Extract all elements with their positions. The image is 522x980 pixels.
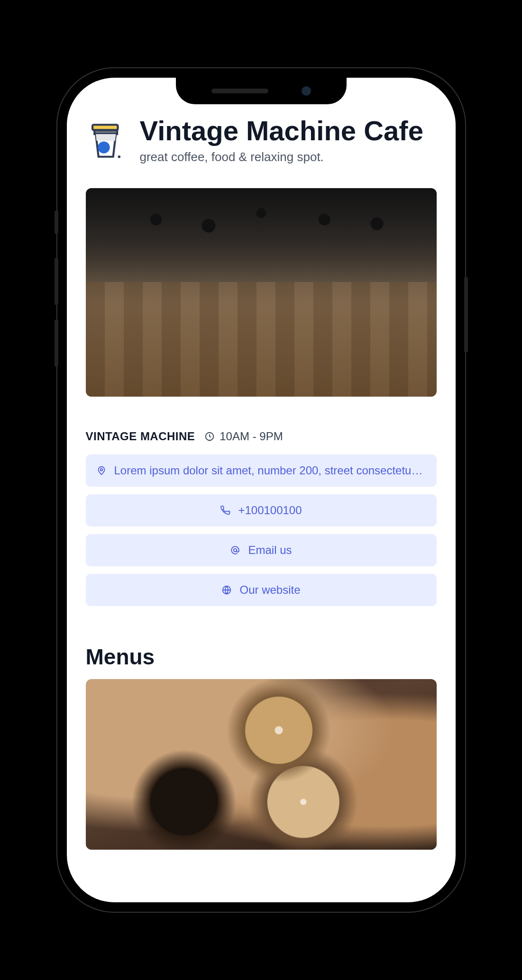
svg-point-5 bbox=[100, 469, 102, 471]
phone-power-button bbox=[464, 277, 468, 353]
map-pin-icon bbox=[96, 465, 107, 476]
svg-point-2 bbox=[98, 141, 110, 153]
hero-image bbox=[86, 188, 437, 397]
coffee-cup-logo-icon bbox=[86, 119, 128, 162]
address-button[interactable]: Lorem ipsum dolor sit amet, number 200, … bbox=[86, 454, 437, 487]
clock-icon bbox=[204, 431, 215, 442]
phone-icon bbox=[220, 505, 230, 516]
address-text: Lorem ipsum dolor sit amet, number 200, … bbox=[114, 464, 426, 477]
business-shortname: VINTAGE MACHINE bbox=[86, 430, 195, 443]
svg-point-6 bbox=[234, 549, 237, 552]
header: Vintage Machine Cafe great coffee, food … bbox=[86, 116, 437, 164]
menu-image[interactable] bbox=[86, 679, 437, 850]
email-text: Email us bbox=[248, 544, 292, 557]
header-text: Vintage Machine Cafe great coffee, food … bbox=[140, 116, 423, 164]
phone-camera bbox=[302, 86, 311, 96]
email-button[interactable]: Email us bbox=[86, 534, 437, 566]
app-screen[interactable]: Vintage Machine Cafe great coffee, food … bbox=[67, 78, 456, 902]
phone-frame: Vintage Machine Cafe great coffee, food … bbox=[57, 68, 465, 912]
business-title: Vintage Machine Cafe bbox=[140, 116, 423, 146]
phone-notch bbox=[176, 78, 347, 104]
phone-volume-down bbox=[55, 319, 58, 367]
phone-mute-switch bbox=[55, 210, 58, 234]
phone-button[interactable]: +100100100 bbox=[86, 494, 437, 526]
website-button[interactable]: Our website bbox=[86, 574, 437, 606]
menus-section-title: Menus bbox=[86, 644, 437, 670]
at-sign-icon bbox=[230, 545, 240, 555]
business-hours: 10AM - 9PM bbox=[204, 430, 283, 443]
phone-volume-up bbox=[55, 258, 58, 305]
phone-text: +100100100 bbox=[238, 504, 302, 517]
info-row: VINTAGE MACHINE 10AM - 9PM bbox=[86, 430, 437, 443]
phone-screen-bezel: Vintage Machine Cafe great coffee, food … bbox=[67, 78, 456, 902]
business-tagline: great coffee, food & relaxing spot. bbox=[140, 150, 423, 164]
website-text: Our website bbox=[239, 583, 300, 597]
globe-icon bbox=[221, 585, 232, 595]
phone-speaker bbox=[211, 89, 268, 93]
hours-text: 10AM - 9PM bbox=[220, 430, 283, 443]
svg-point-3 bbox=[118, 155, 120, 158]
